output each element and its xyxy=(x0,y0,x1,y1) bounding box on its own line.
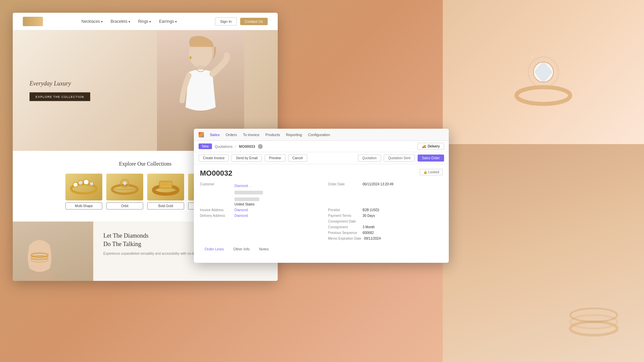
hero-cta-button[interactable]: EXPLORE THE COLLECTION xyxy=(30,93,90,101)
customer-value-block: Diamond ... ████████████ ██████ ████ Uni… xyxy=(234,182,263,206)
order-number: MO00032 xyxy=(200,169,232,178)
breadcrumb-bar: New Quotations / MO00033 i 🚚 Delivery xyxy=(194,141,449,152)
field-delivery-address: Delivery Address Diamond xyxy=(200,214,315,218)
collection-btn-orbit[interactable]: Orbit xyxy=(106,202,143,209)
svg-text:✦: ✦ xyxy=(553,52,557,56)
hero-text-block: Everyday Luxury EXPLORE THE COLLECTION xyxy=(30,80,90,101)
collection-btn-multi-shape[interactable]: Multi-Shape xyxy=(65,202,102,209)
order-date-value[interactable]: 06/11/2024 13:20:49 xyxy=(363,182,393,186)
field-payment-terms: Payment Terms 30 Days xyxy=(328,214,443,218)
collection-img-multi-shape xyxy=(65,174,102,200)
truck-icon: 🚚 xyxy=(422,144,426,148)
tab-notes[interactable]: Notes xyxy=(254,245,273,251)
nav-rings[interactable]: Rings xyxy=(138,19,151,24)
customer-name[interactable]: Diamond xyxy=(234,184,248,188)
consignment-value[interactable]: 3 Month xyxy=(363,225,375,229)
menu-reporting[interactable]: Reporting xyxy=(286,133,302,137)
payment-terms-label: Payment Terms xyxy=(328,214,360,218)
field-order-date: Order Date 06/11/2024 13:20:49 xyxy=(328,182,443,206)
pricelist-value[interactable]: B2B (USD) xyxy=(363,208,379,212)
breadcrumb-quotations[interactable]: Quotations xyxy=(215,144,232,148)
svg-text:✦: ✦ xyxy=(558,66,561,69)
menu-products[interactable]: Products xyxy=(265,133,280,137)
field-customer: Customer Diamond ... ████████████ ██████… xyxy=(200,182,315,206)
breadcrumb-separator: / xyxy=(235,144,236,148)
nav-earrings[interactable]: Earrings xyxy=(159,19,176,24)
order-tabs: Order Lines Other Info Notes xyxy=(200,245,443,251)
field-consignment-date: Consignment Date xyxy=(328,220,443,223)
delivery-address-label: Delivery Address xyxy=(200,214,232,218)
breadcrumb-order-id: MO00033 xyxy=(239,144,255,148)
collection-btn-bold-gold[interactable]: Bold Gold xyxy=(147,202,184,209)
customer-tag: ... xyxy=(249,184,252,188)
ring-img-multi xyxy=(67,175,101,199)
nav-actions: Sign In Contact Us xyxy=(215,17,268,25)
order-content: MO00032 🔒 Locked Customer Diamond ... ██… xyxy=(194,164,449,251)
memo-expiry-label: Memo Expiration Date xyxy=(328,237,361,240)
locked-badge: 🔒 Locked xyxy=(420,169,443,175)
create-invoice-button[interactable]: Create Invoice xyxy=(199,155,229,162)
collection-img-orbit xyxy=(106,174,143,200)
ring-img-orbit xyxy=(108,175,142,199)
field-pricelist: Pricelist B2B (USD) xyxy=(328,208,443,212)
invoice-address-value[interactable]: Diamond xyxy=(234,208,248,212)
breadcrumb-info-dot[interactable]: i xyxy=(258,144,263,149)
field-empty-left xyxy=(200,220,315,223)
collection-img-bold-gold xyxy=(147,174,184,200)
order-info-grid: Customer Diamond ... ████████████ ██████… xyxy=(200,182,443,240)
tab-other-info[interactable]: Other Info xyxy=(228,245,254,251)
menu-orders[interactable]: Orders xyxy=(226,133,237,137)
delivery-button[interactable]: 🚚 Delivery xyxy=(418,143,444,150)
prev-sequence-value: 600682 xyxy=(363,231,374,235)
customer-zip-blurred: ██████ ████ xyxy=(234,197,259,201)
consignment-label: Consignment xyxy=(328,225,360,229)
menu-sales[interactable]: Sales xyxy=(210,133,220,137)
status-quotation-sent[interactable]: Quotation Sent xyxy=(384,155,415,162)
action-bar: Create Invoice Send by Email Preview Can… xyxy=(194,152,449,164)
sales-menubar: Sales Orders To invoice Products Reporti… xyxy=(194,129,449,141)
status-quotation[interactable]: Quotation xyxy=(358,155,381,162)
customer-country: United States xyxy=(234,202,263,206)
bracelet-illustration xyxy=(543,228,644,362)
svg-point-21 xyxy=(123,182,126,185)
tab-order-lines[interactable]: Order Lines xyxy=(200,245,228,251)
nav-bracelets[interactable]: Bracelets xyxy=(111,19,130,24)
svg-text:✦: ✦ xyxy=(530,54,534,60)
svg-point-14 xyxy=(73,182,78,187)
field-memo-expiry: Memo Expiration Date 09/11/2024 xyxy=(328,237,443,240)
pricelist-label: Pricelist xyxy=(328,208,360,212)
ring-background: ✦ ✦ ✦ xyxy=(443,0,644,151)
bracelet-hands-img xyxy=(19,228,60,281)
invoice-address-label: Invoice Address xyxy=(200,208,232,212)
contact-button[interactable]: Contact Us xyxy=(240,18,268,25)
preview-button[interactable]: Preview xyxy=(265,155,285,162)
site-logo xyxy=(23,17,43,26)
nav-links: Necklaces Bracelets Rings Earrings xyxy=(82,19,177,24)
hero-tagline: Everyday Luxury xyxy=(30,80,90,87)
svg-point-0 xyxy=(517,87,570,104)
sales-order-window: Sales Orders To invoice Products Reporti… xyxy=(194,129,449,263)
signin-button[interactable]: Sign In xyxy=(215,17,236,25)
status-sales-order[interactable]: Sales Order xyxy=(418,155,444,162)
menu-to-invoice[interactable]: To invoice xyxy=(243,133,259,137)
cancel-button[interactable]: Cancel xyxy=(288,155,307,162)
bracelet-background xyxy=(443,144,644,362)
ring-img-bold-gold xyxy=(149,175,182,199)
memo-expiry-value[interactable]: 09/11/2024 xyxy=(364,237,381,240)
send-by-email-button[interactable]: Send by Email xyxy=(231,155,262,162)
collection-multi-shape: Multi-Shape xyxy=(65,174,102,209)
svg-point-17 xyxy=(90,182,94,186)
ring-illustration: ✦ ✦ ✦ xyxy=(496,28,590,122)
customer-label: Customer xyxy=(200,182,232,186)
svg-point-15 xyxy=(78,180,83,185)
svg-point-16 xyxy=(84,179,89,185)
field-invoice-address: Invoice Address Diamond xyxy=(200,208,315,212)
new-button[interactable]: New xyxy=(199,143,212,149)
nav-necklaces[interactable]: Necklaces xyxy=(82,19,103,24)
delivery-address-value[interactable]: Diamond xyxy=(234,214,248,218)
order-left-panel: MO00032 🔒 Locked Customer Diamond ... ██… xyxy=(194,164,449,251)
payment-terms-value[interactable]: 30 Days xyxy=(363,214,375,218)
site-navbar: Necklaces Bracelets Rings Earrings Sign … xyxy=(13,13,278,30)
menu-configuration[interactable]: Configuration xyxy=(308,133,330,137)
odoo-logo xyxy=(199,132,204,137)
